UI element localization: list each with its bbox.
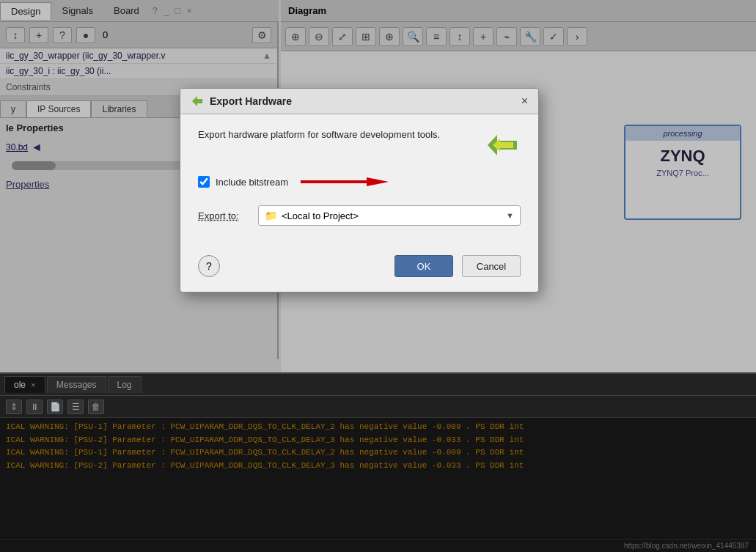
modal-titlebar: Export Hardware × — [180, 89, 538, 114]
modal-body: Export hardware platform for software de… — [180, 114, 538, 255]
include-bitstream-label: Include bitstream — [216, 177, 288, 188]
annotation-arrow — [301, 174, 389, 189]
svg-marker-5 — [301, 177, 389, 186]
include-bitstream-row: Include bitstream — [198, 176, 521, 188]
export-to-row: Export to: 📁 <Local to Project> ▼ — [198, 205, 521, 226]
chevron-down-icon: ▼ — [506, 211, 514, 220]
include-bitstream-checkbox[interactable] — [198, 176, 210, 188]
export-hardware-dialog: Export Hardware × Export hardware platfo… — [180, 88, 539, 292]
select-folder-icon: 📁 — [265, 210, 277, 221]
modal-close-button[interactable]: × — [521, 95, 528, 107]
cancel-button[interactable]: Cancel — [462, 255, 521, 277]
vivado-icon — [191, 95, 204, 108]
export-to-select[interactable]: 📁 <Local to Project> ▼ — [258, 205, 521, 226]
ok-button[interactable]: OK — [394, 255, 453, 277]
help-button[interactable]: ? — [198, 255, 220, 277]
modal-description: Export hardware platform for software de… — [198, 129, 440, 140]
modal-title-area: Export Hardware — [191, 95, 292, 108]
modal-desc-row: Export hardware platform for software de… — [198, 129, 521, 161]
modal-footer: ? OK Cancel — [180, 255, 538, 292]
export-to-value: <Local to Project> — [282, 210, 359, 221]
svg-marker-1 — [192, 96, 202, 106]
export-to-label: Export to: — [198, 210, 249, 221]
vivado-logo — [484, 129, 521, 161]
vivado-logo-svg — [484, 129, 521, 161]
modal-title-text: Export Hardware — [210, 95, 292, 107]
